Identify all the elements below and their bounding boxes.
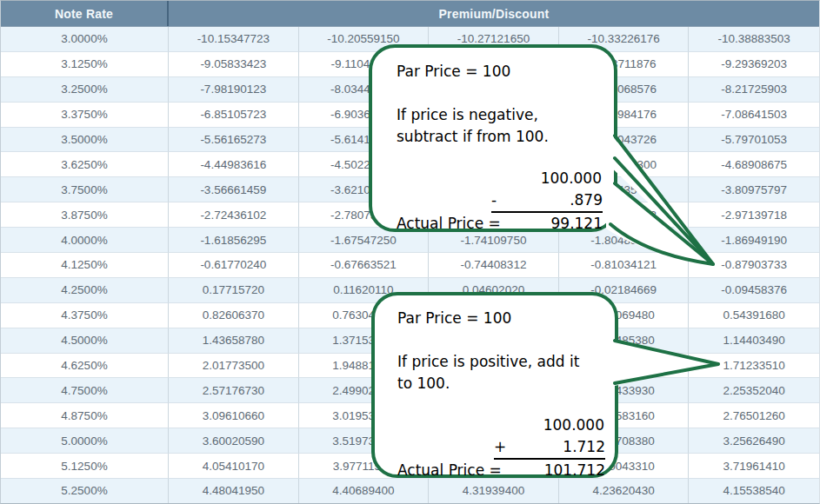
callout-body-line1: If price is negative,: [397, 104, 603, 126]
premium-discount-cell: 0.17715720: [169, 278, 299, 303]
premium-discount-cell: 2.01773500: [169, 354, 299, 379]
premium-discount-cell: 4.05410170: [169, 454, 299, 479]
note-rate-cell: 3.5000%: [1, 128, 169, 153]
actual-price-label: Actual Price =: [397, 460, 502, 481]
note-rate-cell: 4.2500%: [1, 278, 169, 303]
actual-price-line: Actual Price = 99.121: [397, 213, 603, 235]
premium-discount-cell: -3.56661459: [169, 177, 299, 202]
callout-positive-price: Par Price = 100 If price is positive, ad…: [360, 283, 734, 494]
premium-discount-cell: -7.98190123: [169, 77, 299, 103]
premium-discount-cell: 3.60020590: [169, 428, 299, 454]
adjustment-line: + 1.712: [494, 436, 605, 460]
actual-price-label: Actual Price =: [397, 213, 501, 235]
premium-discount-cell: -0.61770240: [169, 253, 299, 278]
par-price-value: 100.000: [397, 414, 605, 436]
note-rate-cell: 4.0000%: [1, 228, 169, 253]
premium-discount-cell: -1.61856295: [169, 228, 299, 253]
premium-discount-cell: 2.57176730: [169, 378, 299, 403]
note-rate-cell: 3.3750%: [1, 103, 169, 128]
note-rate-cell: 3.1250%: [1, 52, 169, 77]
note-rate-cell: 3.7500%: [1, 177, 169, 202]
note-rate-cell: 4.3750%: [1, 303, 169, 328]
note-rate-cell: 3.6250%: [1, 152, 169, 177]
premium-discount-cell: 3.09610660: [169, 403, 299, 428]
callout-calculation: 100.000 + 1.712 Actual Price = 101.712: [397, 414, 605, 481]
premium-discount-cell: -5.56165273: [169, 128, 299, 153]
operator-sign: +: [494, 436, 506, 458]
callout-body-line1: If price is positive, add it: [397, 351, 605, 373]
callout-negative-price: Par Price = 100 If price is negative, su…: [357, 36, 733, 289]
note-rate-cell: 3.2500%: [1, 77, 169, 103]
adjustment-amount: .879: [570, 189, 603, 211]
rate-sheet-page: Note Rate Premium/Discount 3.0000%-10.15…: [0, 0, 820, 504]
note-rate-cell: 5.1250%: [1, 454, 169, 479]
actual-price-value: 99.121: [551, 213, 603, 235]
premium-discount-cell: 1.43658780: [169, 328, 299, 354]
premium-discount-cell: -2.72436102: [169, 202, 299, 228]
premium-discount-cell: -10.15347723: [169, 27, 299, 52]
note-rate-cell: 4.5000%: [1, 328, 169, 354]
table-header-row: Note Rate Premium/Discount: [1, 1, 819, 27]
note-rate-cell: 4.1250%: [1, 253, 169, 278]
note-rate-cell: 3.0000%: [1, 27, 169, 52]
note-rate-cell: 3.8750%: [1, 202, 169, 228]
callout-body-line2: subtract if from 100.: [397, 126, 603, 148]
premium-discount-header: Premium/Discount: [169, 1, 819, 26]
adjustment-amount: 1.712: [563, 436, 605, 458]
callout-title: Par Price = 100: [397, 61, 603, 83]
premium-discount-cell: 0.82606370: [169, 303, 299, 328]
note-rate-header: Note Rate: [1, 1, 169, 26]
premium-discount-cell: -6.85105723: [169, 103, 299, 128]
premium-discount-cell: -9.05833423: [169, 52, 299, 77]
callout-body-line2: to 100.: [397, 373, 605, 395]
note-rate-cell: 4.6250%: [1, 354, 169, 379]
actual-price-value: 101.712: [544, 460, 605, 481]
callout-title: Par Price = 100: [397, 308, 605, 329]
actual-price-line: Actual Price = 101.712: [397, 460, 605, 481]
note-rate-cell: 4.8750%: [1, 403, 169, 428]
note-rate-cell: 5.0000%: [1, 428, 169, 454]
note-rate-cell: 4.7500%: [1, 378, 169, 403]
par-price-value: 100.000: [397, 168, 603, 189]
operator-sign: -: [491, 189, 497, 211]
adjustment-line: - .879: [491, 189, 603, 213]
note-rate-cell: 5.2500%: [1, 479, 169, 504]
callout-calculation: 100.000 - .879 Actual Price = 99.121: [397, 168, 603, 235]
premium-discount-cell: 4.48041950: [169, 479, 299, 504]
premium-discount-cell: -4.44983616: [169, 152, 299, 177]
